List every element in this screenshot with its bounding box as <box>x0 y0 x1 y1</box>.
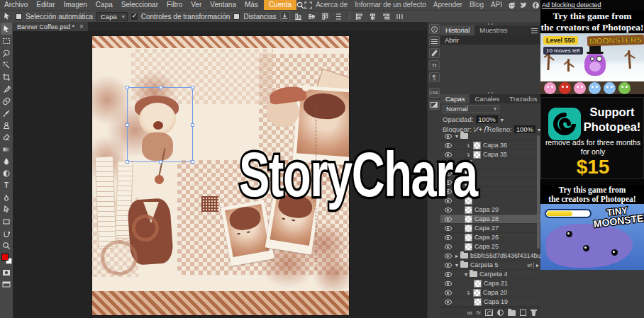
transform-handle-nw[interactable] <box>126 86 129 89</box>
visibility-toggle[interactable] <box>443 263 453 268</box>
auto-select-checkbox[interactable] <box>16 13 22 20</box>
layer-name[interactable]: Capa 27 <box>474 225 540 232</box>
auto-select-target-dropdown[interactable]: Capa <box>96 12 128 21</box>
gradient-tool[interactable] <box>1 143 12 155</box>
layer-thumbnail[interactable] <box>465 215 472 223</box>
history-menu-icon[interactable] <box>531 25 540 35</box>
magic-wand-tool[interactable] <box>1 59 12 71</box>
document-tab[interactable]: Banner Coffee.psd * <box>13 22 88 31</box>
menu-capa[interactable]: Capa <box>91 0 117 10</box>
layer-name[interactable]: Capa 35 <box>483 151 540 158</box>
rectangle-select-tool[interactable] <box>1 35 12 47</box>
layer-row-group[interactable]: Carpeta 5 ef <box>440 261 540 270</box>
layer-row-group[interactable]: Carpeta 4 <box>440 270 540 279</box>
layer-effects-icon[interactable] <box>477 310 481 316</box>
layer-name[interactable]: b5bfc55d7d6436f4314bu <box>470 252 540 259</box>
layer-row[interactable]: Capa 25 <box>440 242 540 251</box>
path-select-tool[interactable] <box>1 203 12 215</box>
layer-name[interactable]: Capa 21 <box>484 280 540 287</box>
align-right-icon[interactable] <box>382 11 392 21</box>
align-middle-icon[interactable] <box>307 11 317 21</box>
transform-handle-se[interactable] <box>191 160 194 164</box>
link-informar-defecto[interactable]: Informar de un defecto <box>351 0 430 10</box>
menu-seleccionar[interactable]: Seleccionar <box>117 0 162 10</box>
align-bottom-icon[interactable] <box>294 11 304 21</box>
tab-muestras[interactable]: Muestras <box>474 25 512 35</box>
visibility-toggle[interactable] <box>443 235 453 240</box>
lock-pixels-icon[interactable] <box>474 127 478 131</box>
layer-name[interactable]: Carpeta 4 <box>479 271 540 278</box>
layer-name[interactable]: Capa 19 <box>484 298 540 305</box>
effects-badge[interactable]: ef <box>527 262 534 268</box>
pen-tool[interactable] <box>1 191 12 203</box>
adjustment-layer-icon[interactable] <box>497 310 504 316</box>
layers-scrollbar[interactable] <box>537 135 540 249</box>
type-tool[interactable] <box>1 179 12 191</box>
layer-name[interactable]: Capa 28 <box>474 215 540 222</box>
layer-name[interactable]: Capa 29 <box>474 206 540 213</box>
fullscreen-icon[interactable] <box>304 0 312 10</box>
character-panel-icon[interactable] <box>429 60 440 70</box>
css-panel-icon[interactable] <box>429 88 440 98</box>
moonsters-ad-image[interactable]: Level 550 10 moves left MOONSTERS <box>540 33 644 81</box>
new-folder-icon[interactable] <box>508 310 516 316</box>
visibility-toggle[interactable] <box>443 272 453 277</box>
distribute-horizontal-icon[interactable] <box>395 11 405 21</box>
screen-mode-button[interactable] <box>1 278 12 290</box>
menu-mas[interactable]: Más <box>240 0 262 10</box>
layer-name[interactable]: Capa 36 <box>483 142 540 149</box>
align-top-icon[interactable] <box>321 11 331 21</box>
transform-handle-e[interactable] <box>191 123 194 127</box>
eyedropper-tool[interactable] <box>1 83 12 95</box>
menu-editar[interactable]: Editar <box>32 0 59 10</box>
tab-trazados[interactable]: Trazados <box>504 94 542 103</box>
history-entry[interactable]: Abrir <box>440 35 540 45</box>
dodge-tool[interactable] <box>1 167 12 179</box>
info-panel-icon[interactable] <box>429 24 440 34</box>
menu-filtro[interactable]: Filtro <box>162 0 187 10</box>
reddit-icon[interactable] <box>507 1 516 10</box>
tiny-monsters-ad-image[interactable]: TINY MOONSTERS <box>540 204 644 270</box>
transform-handle-sw[interactable] <box>126 160 129 164</box>
layer-thumbnail[interactable] <box>474 298 482 306</box>
distances-checkbox[interactable] <box>233 13 240 20</box>
layer-name[interactable]: Carpeta 5 <box>470 261 525 268</box>
opacity-caret-icon[interactable] <box>501 115 504 123</box>
menu-ver[interactable]: Ver <box>187 0 206 10</box>
visibility-toggle[interactable] <box>443 290 453 295</box>
chevron-down-icon[interactable] <box>455 261 458 268</box>
move-tool[interactable] <box>1 23 12 35</box>
brush-tool[interactable] <box>1 107 12 119</box>
align-left-icon[interactable] <box>355 11 365 21</box>
eraser-tool[interactable] <box>1 131 12 143</box>
transform-controls-checkbox[interactable] <box>131 13 138 20</box>
search-icon[interactable] <box>296 0 304 10</box>
paragraph-panel-icon[interactable] <box>429 72 440 82</box>
menu-imagen[interactable]: Imagen <box>59 0 91 10</box>
link-blog[interactable]: Blog <box>466 0 487 10</box>
facebook-icon[interactable] <box>531 1 540 10</box>
layer-row[interactable]: Capa 27 <box>440 224 540 233</box>
link-layers-icon[interactable] <box>467 309 472 317</box>
account-button[interactable]: Cuenta <box>264 0 296 10</box>
visibility-toggle[interactable] <box>443 254 453 259</box>
layer-thumbnail[interactable] <box>465 234 472 242</box>
link-aprender[interactable]: Aprender <box>430 0 466 10</box>
twitter-icon[interactable] <box>519 1 528 10</box>
shape-tool[interactable] <box>1 215 12 227</box>
layer-name[interactable]: Capa 26 <box>474 234 540 241</box>
tab-capas[interactable]: Capas <box>440 94 470 103</box>
menu-archivo[interactable]: Archivo <box>0 0 32 10</box>
transform-handle-ne[interactable] <box>191 86 194 89</box>
align-center-icon[interactable] <box>368 11 378 21</box>
layer-row-group[interactable]: b5bfc55d7d6436f4314bu <box>440 251 540 261</box>
effects-expand-icon[interactable] <box>536 261 539 268</box>
link-api[interactable]: API <box>487 0 506 10</box>
crop-tool[interactable] <box>1 71 12 83</box>
new-layer-icon[interactable] <box>520 310 526 316</box>
hand-tool[interactable] <box>1 227 12 239</box>
spot-heal-tool[interactable] <box>1 95 12 107</box>
link-acerca-de[interactable]: Acerca de <box>312 0 351 10</box>
delete-layer-icon[interactable] <box>531 310 537 316</box>
zoom-tool[interactable] <box>1 239 12 251</box>
